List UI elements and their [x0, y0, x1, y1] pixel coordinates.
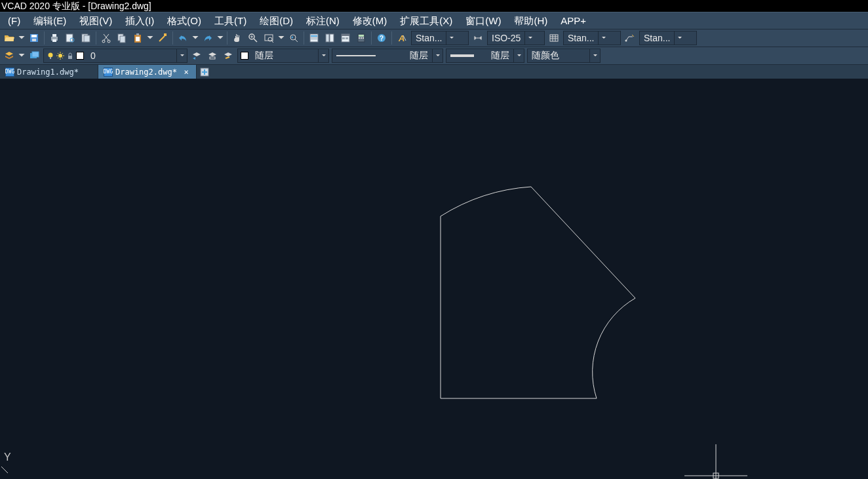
svg-point-44	[49, 53, 53, 58]
layer-states-button[interactable]	[27, 48, 41, 63]
properties-button[interactable]	[307, 31, 321, 45]
print-preview-button[interactable]	[63, 31, 77, 45]
menu-view[interactable]: 视图(V)	[73, 12, 119, 29]
menu-tools[interactable]: 工具(T)	[208, 12, 253, 29]
svg-rect-31	[345, 37, 348, 39]
mleaderstyle-icon[interactable]	[623, 31, 637, 45]
chevron-down-icon	[674, 31, 684, 45]
chevron-down-icon	[176, 49, 187, 62]
paste-button[interactable]	[130, 31, 145, 45]
separator	[391, 31, 392, 45]
cut-button[interactable]	[99, 31, 113, 45]
plotstyle-value: 随颜色	[528, 50, 589, 62]
undo-button[interactable]	[176, 31, 190, 45]
chevron-down-icon	[446, 31, 456, 45]
linetype-combo[interactable]: 随层	[332, 48, 443, 63]
layer-properties-button[interactable]	[2, 48, 16, 63]
chevron-down-icon	[598, 31, 608, 45]
layer-color-swatch	[76, 52, 84, 60]
dimstyle-combo[interactable]: ISO-25	[487, 31, 545, 45]
svg-rect-33	[359, 35, 364, 37]
tablestyle-icon[interactable]	[547, 31, 561, 45]
pan-button[interactable]	[230, 31, 245, 45]
publish-button[interactable]	[79, 31, 93, 45]
menu-window[interactable]: 窗口(W)	[459, 12, 507, 29]
svg-rect-24	[311, 37, 317, 38]
lineweight-combo[interactable]: 随层	[446, 48, 524, 63]
svg-rect-13	[120, 36, 125, 43]
textstyle-icon[interactable]: A	[395, 31, 409, 45]
copy-button[interactable]	[115, 31, 129, 45]
menu-file[interactable]: (F)	[1, 12, 27, 29]
svg-rect-26	[326, 34, 329, 42]
design-center-button[interactable]	[323, 31, 337, 45]
drawing-canvas[interactable]: Y	[0, 79, 868, 479]
menu-modify[interactable]: 修改(M)	[346, 12, 394, 29]
zoom-dropdown[interactable]	[277, 31, 285, 45]
dimstyle-icon[interactable]	[471, 31, 485, 45]
svg-rect-17	[164, 33, 167, 36]
layer-dropdown[interactable]	[18, 48, 26, 63]
tab-drawing2[interactable]: DWG Drawing2.dwg* ×	[98, 65, 197, 79]
help-button[interactable]: ?	[374, 31, 389, 45]
app-title: VCAD 2020 专业版 - [Drawing2.dwg]	[1, 1, 151, 11]
save-button[interactable]	[27, 31, 41, 45]
lineweight-preview	[446, 54, 474, 57]
menu-draw[interactable]: 绘图(D)	[253, 12, 300, 29]
redo-dropdown[interactable]	[216, 31, 224, 45]
chevron-down-icon	[513, 49, 524, 62]
svg-rect-9	[84, 35, 90, 42]
menu-edit[interactable]: 编辑(E)	[27, 12, 73, 29]
zoom-previous-button[interactable]	[286, 31, 301, 45]
document-tabbar: DWG Drawing1.dwg* DWG Drawing2.dwg* ×	[0, 64, 868, 79]
menu-help[interactable]: 帮助(H)	[507, 12, 554, 29]
paste-dropdown[interactable]	[146, 31, 154, 45]
menu-bar: (F) 编辑(E) 视图(V) 插入(I) 格式(O) 工具(T) 绘图(D) …	[0, 12, 868, 29]
color-value: 随层	[251, 50, 318, 62]
sun-icon	[56, 52, 64, 60]
svg-rect-16	[136, 37, 140, 41]
print-button[interactable]	[47, 31, 62, 45]
layer-isolate-button[interactable]	[205, 48, 220, 63]
chevron-down-icon	[318, 49, 328, 62]
tablestyle-combo[interactable]: Stan...	[563, 31, 621, 45]
layer-match-button[interactable]	[221, 48, 235, 63]
color-swatch	[241, 52, 248, 60]
mleaderstyle-combo[interactable]: Stan...	[639, 31, 697, 45]
menu-dimension[interactable]: 标注(N)	[300, 12, 346, 29]
menu-insert[interactable]: 插入(I)	[119, 12, 161, 29]
separator	[304, 31, 304, 45]
svg-point-41	[625, 40, 627, 42]
color-combo[interactable]: 随层	[237, 48, 329, 63]
close-icon[interactable]: ×	[182, 67, 191, 77]
zoom-realtime-button[interactable]	[246, 31, 260, 45]
svg-text:A: A	[398, 33, 404, 43]
matchprop-button[interactable]	[155, 31, 170, 45]
separator	[227, 31, 227, 45]
tool-palettes-button[interactable]	[338, 31, 353, 45]
zoom-window-button[interactable]	[262, 31, 276, 45]
redo-button[interactable]	[201, 31, 215, 45]
document-icon: DWG	[5, 67, 14, 77]
menu-extension[interactable]: 扩展工具(X)	[393, 12, 459, 29]
svg-rect-1	[31, 35, 37, 37]
chevron-down-icon	[589, 49, 600, 62]
open-dropdown[interactable]	[18, 31, 26, 45]
plotstyle-combo[interactable]: 随颜色	[527, 48, 601, 63]
textstyle-combo[interactable]: Stan...	[411, 31, 469, 45]
layer-combo[interactable]: 0	[43, 48, 187, 63]
calculator-button[interactable]	[354, 31, 368, 45]
menu-app[interactable]: APP+	[554, 12, 593, 29]
svg-text:?: ?	[380, 35, 384, 42]
open-button[interactable]	[2, 31, 16, 45]
color-swatch-container	[238, 52, 251, 60]
svg-rect-48	[210, 57, 215, 59]
menu-format[interactable]: 格式(O)	[161, 12, 208, 29]
tab-label: Drawing1.dwg*	[17, 67, 79, 77]
undo-dropdown[interactable]	[191, 31, 199, 45]
textstyle-value: Stan...	[412, 33, 446, 43]
tab-drawing1[interactable]: DWG Drawing1.dwg*	[0, 65, 98, 79]
svg-rect-34	[359, 37, 360, 39]
new-tab-button[interactable]	[197, 65, 212, 79]
layer-previous-button[interactable]	[189, 48, 204, 63]
